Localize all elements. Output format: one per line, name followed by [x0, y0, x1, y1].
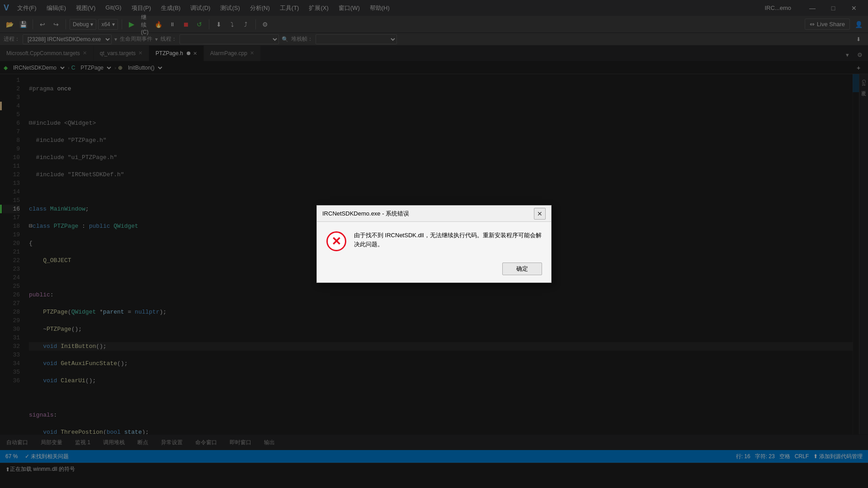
- dialog-message: 由于找不到 IRCNetSDK.dll，无法继续执行代码。重新安装程序可能会解决…: [354, 231, 542, 249]
- dialog-title-bar: IRCNetSDKDemo.exe - 系统错误 ✕: [317, 206, 551, 222]
- dialog-close-button[interactable]: ✕: [534, 208, 546, 220]
- dialog-title: IRCNetSDKDemo.exe - 系统错误: [322, 210, 534, 218]
- modal-overlay: IRCNetSDKDemo.exe - 系统错误 ✕ ✕ 由于找不到 IRCNe…: [0, 0, 868, 488]
- error-dialog: IRCNetSDKDemo.exe - 系统错误 ✕ ✕ 由于找不到 IRCNe…: [316, 205, 552, 283]
- error-circle-icon: ✕: [326, 231, 346, 251]
- dialog-body: ✕ 由于找不到 IRCNetSDK.dll，无法继续执行代码。重新安装程序可能会…: [317, 222, 551, 259]
- dialog-error-icon: ✕: [326, 231, 347, 252]
- ok-button[interactable]: 确定: [502, 263, 542, 275]
- dialog-footer: 确定: [317, 259, 551, 282]
